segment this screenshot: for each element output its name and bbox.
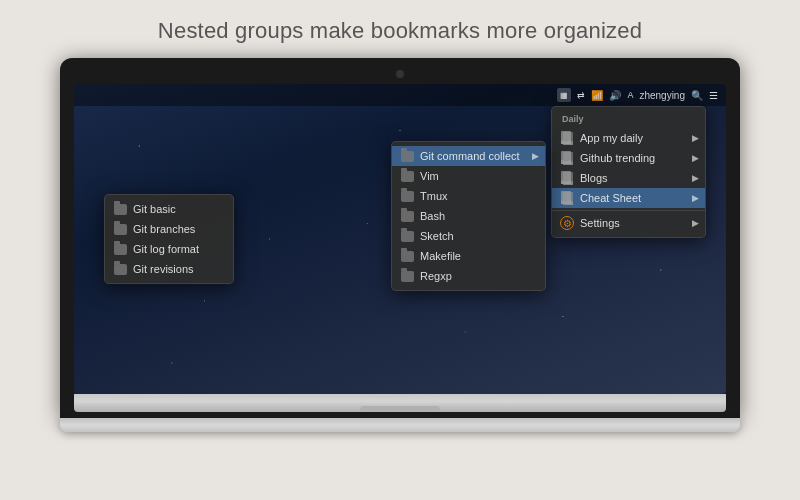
menubar-bluetooth: A (627, 90, 633, 100)
folder-icon (560, 191, 574, 205)
menu-item-regxp[interactable]: Regxp (392, 266, 545, 286)
menu-item-label: Regxp (420, 270, 452, 282)
menu-bar: ▦ ⇄ 📶 🔊 A zhengying 🔍 ☰ (74, 84, 726, 106)
menu-item-label: Cheat Sheet (580, 192, 641, 204)
menubar-wifi: 📶 (591, 90, 603, 101)
menu-item-label: Vim (420, 170, 439, 182)
menubar-search[interactable]: 🔍 (691, 90, 703, 101)
menu-item-cheatsheet[interactable]: Cheat Sheet ▶ (552, 188, 705, 208)
menu-item-label: Settings (580, 217, 620, 229)
folder-icon (113, 242, 127, 256)
folder-icon (400, 249, 414, 263)
chevron-icon: ▶ (692, 133, 699, 143)
laptop-notch (360, 406, 440, 412)
folder-icon (113, 262, 127, 276)
menu-item-git-revisions[interactable]: Git revisions (105, 259, 233, 279)
menu-separator (552, 210, 705, 211)
menu-item-settings[interactable]: Settings ▶ (552, 213, 705, 233)
menu-item-tmux[interactable]: Tmux (392, 186, 545, 206)
folder-icon (400, 149, 414, 163)
folder-icon (560, 151, 574, 165)
folder-icon (113, 222, 127, 236)
chevron-icon: ▶ (692, 173, 699, 183)
laptop-screen: ▦ ⇄ 📶 🔊 A zhengying 🔍 ☰ Daily App my dai… (74, 84, 726, 394)
chevron-icon: ▶ (692, 153, 699, 163)
folder-icon (113, 202, 127, 216)
menu-item-app-daily[interactable]: App my daily ▶ (552, 128, 705, 148)
menubar-list[interactable]: ☰ (709, 90, 718, 101)
menu-item-git-log[interactable]: Git log format (105, 239, 233, 259)
settings-icon (560, 216, 574, 230)
menu-item-label: Git basic (133, 203, 176, 215)
folder-icon (560, 171, 574, 185)
chevron-icon: ▶ (692, 218, 699, 228)
folder-icon (400, 229, 414, 243)
menubar-volume: 🔊 (609, 90, 621, 101)
app-icon: ▦ (557, 88, 571, 102)
menu-item-label: Git revisions (133, 263, 194, 275)
menu-item-label: App my daily (580, 132, 643, 144)
laptop: ▦ ⇄ 📶 🔊 A zhengying 🔍 ☰ Daily App my dai… (60, 58, 740, 432)
menu-item-vim[interactable]: Vim (392, 166, 545, 186)
menu-item-blogs[interactable]: Blogs ▶ (552, 168, 705, 188)
folder-icon (400, 189, 414, 203)
laptop-bottom (74, 394, 726, 412)
menu-item-sketch[interactable]: Sketch (392, 226, 545, 246)
menu-daily: Daily App my daily ▶ Github trending ▶ (551, 106, 706, 238)
page-title: Nested groups make bookmarks more organi… (158, 18, 642, 44)
menubar-arrow: ⇄ (577, 90, 585, 100)
menu-item-git-basic[interactable]: Git basic (105, 199, 233, 219)
folder-icon (400, 209, 414, 223)
menu-item-label: Git branches (133, 223, 195, 235)
menu-item-git-command[interactable]: Git command collect ▶ (392, 146, 545, 166)
menu-item-github[interactable]: Github trending ▶ (552, 148, 705, 168)
menu-item-label: Tmux (420, 190, 448, 202)
folder-icon (400, 169, 414, 183)
menu-daily-header: Daily (552, 111, 705, 128)
chevron-icon: ▶ (532, 151, 539, 161)
laptop-base (60, 418, 740, 432)
menu-item-label: Bash (420, 210, 445, 222)
menu-item-label: Blogs (580, 172, 608, 184)
menu-item-label: Sketch (420, 230, 454, 242)
menu-item-bash[interactable]: Bash (392, 206, 545, 226)
chevron-icon: ▶ (692, 193, 699, 203)
menu-item-git-branches[interactable]: Git branches (105, 219, 233, 239)
menu-item-label: Makefile (420, 250, 461, 262)
menu-cheatsheet: Git command collect ▶ Vim Tmux (391, 141, 546, 291)
folder-icon (400, 269, 414, 283)
menu-git-basic: Git basic Git branches Git log format (104, 194, 234, 284)
menubar-username: zhengying (639, 90, 685, 101)
screen-bezel: ▦ ⇄ 📶 🔊 A zhengying 🔍 ☰ Daily App my dai… (60, 58, 740, 418)
menu-item-label: Github trending (580, 152, 655, 164)
menu-item-label: Git command collect (420, 150, 520, 162)
menu-item-makefile[interactable]: Makefile (392, 246, 545, 266)
menu-item-label: Git log format (133, 243, 199, 255)
folder-icon (560, 131, 574, 145)
